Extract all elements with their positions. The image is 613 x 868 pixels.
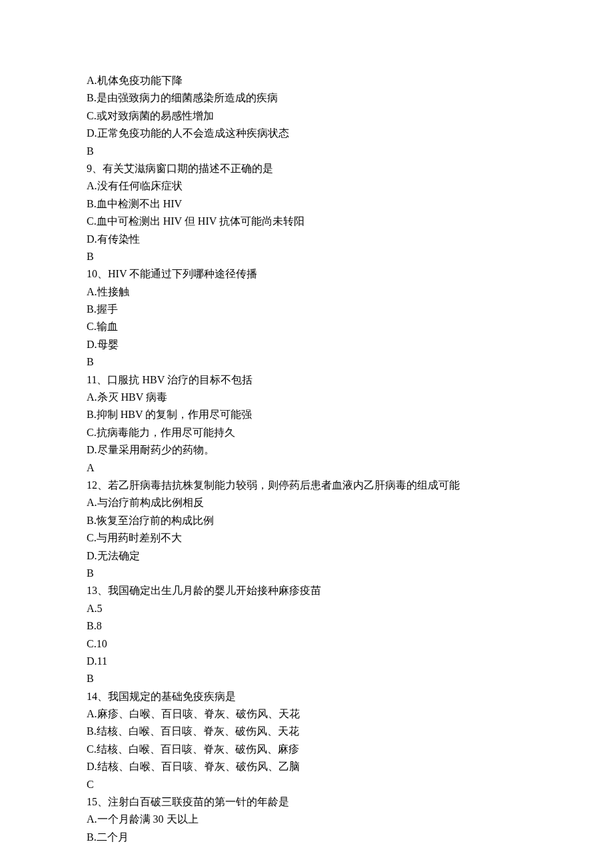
text-line: C.10 [87, 635, 526, 653]
document-body: A.机体免疫功能下降B.是由强致病力的细菌感染所造成的疾病C.或对致病菌的易感性… [87, 72, 526, 846]
text-line: B.结核、白喉、百日咳、脊灰、破伤风、天花 [87, 723, 526, 740]
text-line: D.无法确定 [87, 547, 526, 565]
text-line: C.输血 [87, 318, 526, 335]
text-line: B [87, 248, 526, 265]
text-line: B.血中检测不出 HIV [87, 195, 526, 213]
text-line: 9、有关艾滋病窗口期的描述不正确的是 [87, 160, 526, 177]
text-line: A.机体免疫功能下降 [87, 72, 526, 89]
text-line: 13、我国确定出生几月龄的婴儿开始接种麻疹疫苗 [87, 582, 526, 599]
text-line: B [87, 143, 526, 160]
text-line: B.二个月 [87, 829, 526, 846]
text-line: B.握手 [87, 301, 526, 318]
text-line: A.没有任何临床症状 [87, 177, 526, 195]
text-line: C.结核、白喉、百日咳、脊灰、破伤风、麻疹 [87, 741, 526, 758]
text-line: D.结核、白喉、百日咳、脊灰、破伤风、乙脑 [87, 758, 526, 775]
text-line: 10、HIV 不能通过下列哪种途径传播 [87, 265, 526, 283]
text-line: A.5 [87, 600, 526, 617]
text-line: C.或对致病菌的易感性增加 [87, 107, 526, 125]
text-line: B.抑制 HBV 的复制，作用尽可能强 [87, 406, 526, 423]
text-line: B [87, 565, 526, 582]
document-page: A.机体免疫功能下降B.是由强致病力的细菌感染所造成的疾病C.或对致病菌的易感性… [0, 0, 613, 868]
text-line: A.性接触 [87, 283, 526, 301]
text-line: B.恢复至治疗前的构成比例 [87, 512, 526, 529]
text-line: A.麻疹、白喉、百日咳、脊灰、破伤风、天花 [87, 705, 526, 723]
text-line: 14、我国规定的基础免疫疾病是 [87, 688, 526, 705]
text-line: C.与用药时差别不大 [87, 529, 526, 547]
text-line: A.一个月龄满 30 天以上 [87, 811, 526, 828]
text-line: C [87, 776, 526, 793]
text-line: B [87, 670, 526, 687]
text-line: D.有传染性 [87, 231, 526, 248]
text-line: 12、若乙肝病毒拮抗株复制能力较弱，则停药后患者血液内乙肝病毒的组成可能 [87, 477, 526, 494]
text-line: B [87, 353, 526, 371]
text-line: D.11 [87, 653, 526, 670]
text-line: A [87, 459, 526, 477]
text-line: A.与治疗前构成比例相反 [87, 494, 526, 511]
text-line: A.杀灭 HBV 病毒 [87, 389, 526, 406]
text-line: C.抗病毒能力，作用尽可能持久 [87, 424, 526, 441]
text-line: D.母婴 [87, 336, 526, 353]
text-line: C.血中可检测出 HIV 但 HIV 抗体可能尚未转阳 [87, 213, 526, 230]
text-line: D.尽量采用耐药少的药物。 [87, 441, 526, 459]
text-line: B.8 [87, 617, 526, 635]
text-line: B.是由强致病力的细菌感染所造成的疾病 [87, 89, 526, 107]
text-line: 11、口服抗 HBV 治疗的目标不包括 [87, 371, 526, 389]
text-line: D.正常免疫功能的人不会造成这种疾病状态 [87, 125, 526, 142]
text-line: 15、注射白百破三联疫苗的第一针的年龄是 [87, 793, 526, 811]
